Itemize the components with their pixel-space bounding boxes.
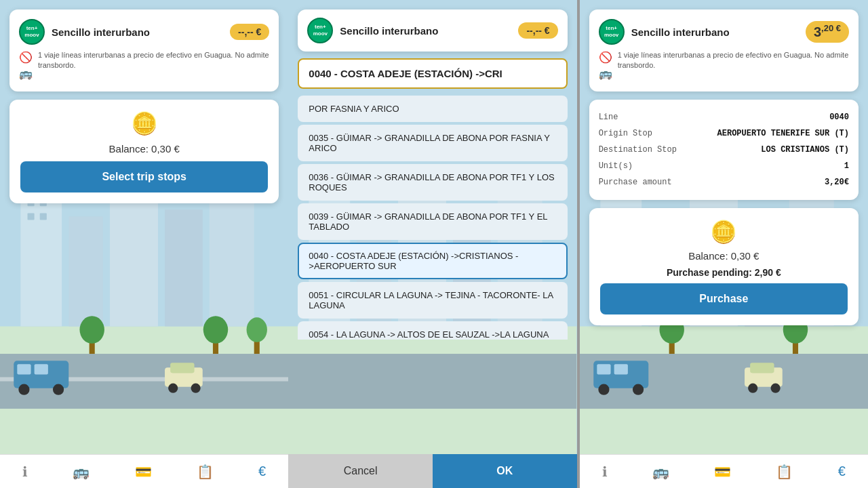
ticket-title-3: Sencillo interurbano: [631, 26, 799, 38]
ticket-icons-1: 🚫 🚌: [19, 50, 33, 82]
dest-label: Destination Stop: [599, 142, 677, 158]
modal-ticket-logo: ten+ moov: [307, 18, 333, 43]
cancel-button[interactable]: Cancel: [288, 454, 433, 488]
svg-rect-8: [210, 196, 254, 326]
route-item[interactable]: 0040 - COSTA ADEJE (ESTACIÓN) ->CRISTIAN…: [298, 243, 567, 279]
route-item[interactable]: POR FASNIA Y ARICO: [298, 96, 567, 122]
no-icon: 🚫: [19, 50, 33, 65]
svg-point-27: [247, 317, 267, 342]
ticket-header-3: ten+ moov Sencillo interurbano 3,20 €: [599, 19, 849, 45]
svg-rect-47: [614, 364, 627, 374]
ticket-card-1: ten+ moov Sencillo interurbano --,-- € 🚫…: [9, 9, 279, 92]
info-row-units: Unit(s) 1: [599, 158, 849, 174]
coins-icon-1: 🪙: [131, 110, 158, 136]
price-badge-1: --,-- €: [230, 24, 269, 40]
info-row-origin: Origin Stop AEROPUERTO TENERIFE SUR (T): [599, 125, 849, 142]
balance-card-1: 🪙 Balance: 0,30 € Select trip stops: [9, 100, 279, 203]
svg-point-53: [770, 384, 780, 393]
svg-point-16: [18, 384, 29, 395]
route-item[interactable]: 0054 - LA LAGUNA -> ALTOS DE EL SAUZAL -…: [298, 321, 567, 340]
ticket-header-1: ten+ moov Sencillo interurbano --,-- €: [19, 19, 269, 45]
purchase-card: 🪙 Balance: 0,30 € Purchase pending: 2,90…: [589, 208, 859, 325]
modal-price-badge: --,-- €: [518, 22, 557, 39]
nav-bus-icon[interactable]: 🚌: [73, 464, 90, 480]
svg-point-25: [203, 316, 228, 344]
nav-doc-icon-3[interactable]: 📋: [776, 464, 793, 480]
svg-rect-19: [170, 363, 194, 373]
svg-point-49: [633, 384, 644, 395]
ticket-card-3: ten+ moov Sencillo interurbano 3,20 € 🚫 …: [589, 9, 859, 92]
nav-info-icon-3[interactable]: ℹ: [602, 464, 608, 480]
modal-ticket-header: ten+ moov Sencillo interurbano --,-- €: [298, 9, 567, 52]
svg-rect-7: [165, 209, 203, 326]
panel-1: ten+ moov Sencillo interurbano --,-- € 🚫…: [0, 0, 288, 488]
ticket-title-1: Sencillo interurbano: [52, 26, 223, 38]
panel-2: ten+ moov Sencillo interurbano --,-- € P…: [288, 0, 576, 488]
amount-value: 3,20€: [825, 174, 849, 190]
route-item[interactable]: 0039 - GÜIMAR -> GRANADILLA DE ABONA POR…: [298, 203, 567, 240]
no-icon-3: 🚫: [599, 50, 612, 65]
bus-icon-3: 🚌: [599, 66, 612, 81]
svg-rect-14: [17, 364, 31, 374]
ticket-logo-1: ten+ moov: [19, 19, 45, 45]
ticket-icons-3: 🚫 🚌: [599, 50, 612, 82]
nav-card-icon[interactable]: 💳: [135, 464, 152, 480]
ok-button[interactable]: OK: [433, 454, 577, 488]
svg-point-20: [168, 384, 178, 393]
nav-euro-icon[interactable]: €: [258, 464, 266, 479]
svg-point-48: [598, 384, 609, 395]
origin-value: AEROPUERTO TENERIFE SUR (T): [717, 125, 849, 142]
svg-rect-11: [28, 213, 35, 220]
svg-rect-5: [68, 216, 103, 326]
panel-3: ten+ moov Sencillo interurbano 3,20 € 🚫 …: [577, 0, 868, 488]
nav-doc-icon[interactable]: 📋: [197, 464, 214, 480]
nav-euro-icon-3[interactable]: €: [838, 464, 846, 479]
info-table: Line 0040 Origin Stop AEROPUERTO TENERIF…: [599, 109, 849, 190]
svg-point-23: [79, 316, 104, 344]
units-label: Unit(s): [599, 158, 633, 174]
svg-rect-12: [40, 213, 47, 220]
modal-buttons: Cancel OK: [288, 454, 576, 488]
dest-value: LOS CRISTIANOS (T): [761, 142, 849, 158]
balance-text-1: Balance: 0,30 €: [109, 143, 180, 155]
price-right: 3,20 €: [814, 24, 841, 39]
price-badge-3: 3,20 €: [806, 21, 849, 43]
info-row-dest: Destination Stop LOS CRISTIANOS (T): [599, 142, 849, 158]
bottom-nav-1: ℹ 🚌 💳 📋 €: [0, 454, 288, 488]
units-value: 1: [844, 158, 849, 174]
bus-icon: 🚌: [19, 66, 33, 81]
svg-point-17: [53, 384, 64, 395]
info-row-amount: Purchase amount 3,20€: [599, 174, 849, 190]
svg-rect-15: [35, 364, 48, 374]
origin-label: Origin Stop: [599, 125, 652, 142]
nav-card-icon-3[interactable]: 💳: [714, 464, 731, 480]
svg-point-52: [748, 384, 757, 393]
modal-overlay: ten+ moov Sencillo interurbano --,-- € P…: [288, 0, 576, 488]
balance-text-3: Balance: 0,30 €: [688, 250, 759, 262]
card-area-1: ten+ moov Sencillo interurbano --,-- € 🚫…: [0, 0, 288, 213]
coins-icon-3: 🪙: [710, 219, 737, 245]
route-search-input[interactable]: [298, 58, 567, 89]
line-value: 0040: [829, 109, 849, 125]
route-list: POR FASNIA Y ARICO0035 - GÜIMAR -> GRANA…: [298, 96, 567, 340]
info-row-line: Line 0040: [599, 109, 849, 125]
line-label: Line: [599, 109, 618, 125]
ticket-desc-1: 🚫 🚌 1 viaje líneas interurbanas a precio…: [19, 50, 269, 82]
ticket-logo-3: ten+ moov: [599, 19, 625, 45]
select-stops-button[interactable]: Select trip stops: [20, 161, 268, 192]
route-item[interactable]: 0051 - CIRCULAR LA LAGUNA -> TEJINA - TA…: [298, 282, 567, 319]
nav-info-icon[interactable]: ℹ: [22, 464, 28, 480]
ticket-desc-3: 🚫 🚌 1 viaje líneas interurbanas a precio…: [599, 50, 849, 82]
svg-rect-46: [597, 364, 610, 374]
modal-ticket-title: Sencillo interurbano: [340, 25, 511, 37]
route-item[interactable]: 0036 - GÜIMAR -> GRANADILLA DE ABONA POR…: [298, 164, 567, 201]
card-area-3: ten+ moov Sencillo interurbano 3,20 € 🚫 …: [580, 0, 868, 335]
info-card: Line 0040 Origin Stop AEROPUERTO TENERIF…: [589, 100, 859, 200]
purchase-pending: Purchase pending: 2,90 €: [667, 267, 781, 278]
svg-rect-51: [750, 363, 774, 373]
purchase-button[interactable]: Purchase: [600, 283, 848, 314]
amount-label: Purchase amount: [599, 174, 672, 190]
svg-point-21: [191, 384, 201, 393]
nav-bus-icon-3[interactable]: 🚌: [652, 464, 669, 480]
route-item[interactable]: 0035 - GÜIMAR -> GRANADILLA DE ABONA POR…: [298, 125, 567, 161]
